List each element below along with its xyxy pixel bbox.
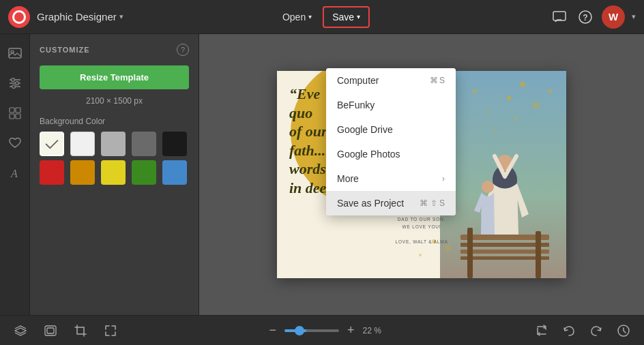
text-icon: A (8, 166, 22, 180)
save-button[interactable]: Save ▾ (323, 6, 370, 28)
svg-text:A: A (10, 168, 18, 179)
history-icon (617, 324, 630, 338)
chat-icon (553, 11, 566, 23)
layers-button[interactable] (8, 322, 33, 340)
open-button[interactable]: Open ▾ (274, 7, 320, 27)
redo-button[interactable] (584, 322, 609, 340)
repeat-button[interactable] (529, 322, 554, 340)
layers-icon (14, 325, 27, 337)
save-computer-label: Computer (337, 75, 379, 86)
sidebar-item-image[interactable] (3, 41, 27, 65)
undo-button[interactable] (557, 322, 581, 340)
image-icon (8, 46, 22, 60)
save-googlephotos-item[interactable]: Google Photos (326, 142, 456, 166)
save-as-project-item[interactable]: Save as Project ⌘ ⇧ S (326, 191, 456, 215)
dimensions-display: 2100 × 1500 px (40, 96, 189, 106)
svg-point-10 (12, 85, 15, 89)
svg-rect-13 (10, 114, 14, 119)
svg-rect-33 (536, 231, 541, 278)
sidebar-item-favorites[interactable] (3, 131, 27, 155)
svg-rect-12 (16, 108, 20, 112)
save-befunky-label: BeFunky (337, 100, 375, 110)
color-swatch-black[interactable] (162, 132, 187, 156)
zoom-value-label: 22 % (363, 326, 387, 335)
svg-text:?: ? (583, 13, 587, 22)
frames-button[interactable] (38, 322, 63, 340)
zoom-plus-button[interactable]: + (343, 322, 359, 339)
bottom-right-icons (529, 321, 636, 340)
main-area: A CUSTOMIZE ? Resize Template 2100 × 150… (0, 34, 644, 315)
avatar-chevron[interactable]: ▾ (632, 12, 636, 21)
zoom-slider[interactable] (284, 329, 339, 332)
sidebar-item-grid[interactable] (3, 101, 27, 125)
topbar-center: Open ▾ Save ▾ (274, 6, 370, 28)
color-swatch-darkgray[interactable] (132, 132, 156, 156)
frames-icon (44, 325, 57, 337)
grid-icon (8, 106, 22, 120)
save-project-shortcut: ⌘ ⇧ S (420, 198, 445, 208)
cmd-shift-s-shortcut: ⌘ ⇧ S (420, 198, 445, 208)
save-googledrive-label: Google Drive (337, 124, 393, 135)
save-googlephotos-label: Google Photos (337, 149, 400, 160)
expand-icon (104, 324, 117, 338)
customize-panel: CUSTOMIZE ? Resize Template 2100 × 1500 … (30, 34, 199, 315)
crop-icon (74, 324, 87, 338)
color-swatch-green[interactable] (132, 160, 156, 185)
topbar: Graphic Designer ▾ Open ▾ Save ▾ ? W ▾ (0, 0, 644, 34)
save-befunky-item[interactable]: BeFunky (326, 93, 456, 117)
customize-help-icon[interactable]: ? (177, 44, 189, 56)
more-arrow-icon: › (442, 174, 445, 183)
card-photo (440, 71, 566, 278)
logo-inner (12, 10, 26, 24)
history-button[interactable] (611, 321, 636, 340)
color-swatch-red[interactable] (40, 160, 64, 185)
svg-rect-11 (10, 108, 14, 112)
save-googledrive-item[interactable]: Google Drive (326, 117, 456, 142)
help-button[interactable]: ? (576, 7, 595, 27)
bg-color-label: Background Color (40, 117, 189, 126)
color-swatch-white[interactable] (70, 132, 95, 156)
save-computer-item[interactable]: Computer ⌘ S (326, 68, 456, 93)
save-computer-shortcut: ⌘ S (430, 76, 445, 85)
selected-indicator (41, 133, 63, 155)
save-more-item[interactable]: More › (326, 166, 456, 191)
svg-rect-32 (467, 228, 473, 278)
help-icon: ? (579, 10, 592, 24)
svg-rect-38 (47, 328, 54, 333)
zoom-area: − + 22 % (265, 322, 387, 339)
color-swatch-orange[interactable] (70, 160, 95, 185)
undo-icon (562, 325, 576, 337)
save-as-project-label: Save as Project (337, 198, 404, 209)
crop-button[interactable] (68, 321, 93, 340)
svg-point-25 (419, 254, 422, 256)
s-key: S (439, 76, 445, 85)
save-dropdown-menu: Computer ⌘ S BeFunky Google Drive Google… (326, 68, 456, 215)
color-swatch-yellow[interactable] (101, 160, 126, 185)
customize-title: CUSTOMIZE (40, 46, 90, 54)
expand-button[interactable] (98, 321, 123, 340)
svg-rect-0 (553, 12, 566, 20)
bottom-bar: − + 22 % (0, 315, 644, 345)
avatar[interactable]: W (602, 5, 625, 29)
customize-header: CUSTOMIZE ? (40, 44, 189, 56)
heart-icon (8, 136, 22, 150)
cmd-icon: ⌘ (430, 76, 438, 85)
color-swatch-blue[interactable] (162, 160, 187, 185)
sidebar-item-adjust[interactable] (3, 71, 27, 95)
app-title-chevron[interactable]: ▾ (119, 12, 123, 21)
topbar-right: ? W ▾ (550, 5, 636, 29)
svg-point-9 (15, 82, 18, 85)
svg-point-8 (11, 78, 14, 82)
sidebar-item-text[interactable]: A (3, 161, 27, 185)
app-logo[interactable] (8, 6, 30, 28)
sliders-icon (8, 76, 22, 90)
chat-button[interactable] (550, 8, 569, 26)
zoom-minus-button[interactable]: − (265, 322, 280, 339)
resize-template-button[interactable]: Resize Template (40, 65, 189, 89)
color-swatch-gray[interactable] (101, 132, 126, 156)
canvas-area[interactable]: “Evequoof ourfath...words andin deeds.” (199, 34, 644, 315)
repeat-icon (535, 325, 548, 337)
color-swatch-cream[interactable] (40, 132, 64, 156)
save-more-label: More (337, 173, 359, 184)
svg-rect-3 (9, 48, 21, 58)
